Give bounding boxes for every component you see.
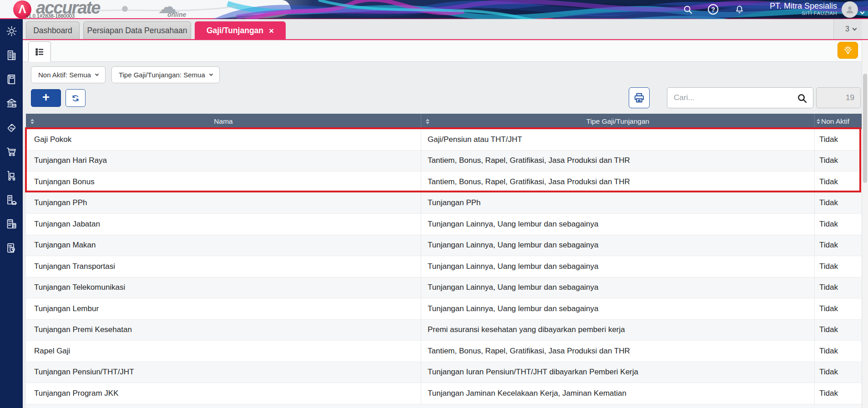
cell-nama: Tunjangan PPh <box>26 193 421 214</box>
company-user-menu[interactable]: PT. Mitra Spesialis SITI FAUZIAH <box>770 1 837 16</box>
tab-gaji-tunjangan-active[interactable]: Gaji/Tunjangan <box>195 21 286 39</box>
filter-label: Tipe Gaji/Tunjangan: Semua <box>119 71 205 79</box>
panel-header-strip <box>23 41 862 62</box>
sidebar-item-sales[interactable]: Rp <box>0 116 23 140</box>
search-icon[interactable] <box>797 93 807 106</box>
cell-tipe: Gaji/Pensiun atau THT/JHT <box>421 129 814 150</box>
chevron-down-icon <box>209 72 213 76</box>
price-tag-rp-icon: Rp <box>5 121 18 134</box>
cell-tipe: Tunjangan Lainnya, Uang lembur dan sebag… <box>421 298 814 319</box>
table-search <box>667 87 813 108</box>
sidebar-item-inventory[interactable] <box>0 164 23 188</box>
cell-nama: Tunjangan Transportasi <box>26 256 421 277</box>
document-tab-bar: Dashboard Persiapan Data Perusahaan Gaji… <box>23 19 868 40</box>
table-row[interactable]: Tunjangan Lembur Tunjangan Lainnya, Uang… <box>26 298 862 320</box>
cell-nama: Tunjangan Bonus <box>26 171 421 192</box>
table-row[interactable]: Tunjangan Jabatan Tunjangan Lainnya, Uan… <box>26 214 862 235</box>
avatar[interactable] <box>842 1 858 18</box>
vertical-scrollbar[interactable] <box>862 19 868 408</box>
filter-bar: Non Aktif: Semua Tipe Gaji/Tunjangan: Se… <box>31 66 220 83</box>
cell-nama: Tunjangan Program JKK <box>26 383 421 404</box>
table-row[interactable]: Tunjangan Hari Raya Tantiem, Bonus, Rape… <box>26 151 862 172</box>
cell-tipe: Premi asuransi kesehatan yang dibayarkan… <box>421 320 814 341</box>
cell-non-aktif: Tidak <box>814 362 862 383</box>
inventory-trolley-icon <box>5 170 18 182</box>
cell-non-aktif: Tidak <box>814 298 862 319</box>
tab-label: Persiapan Data Perusahaan <box>87 26 187 35</box>
scrollbar-thumb[interactable] <box>863 74 867 183</box>
sidebar-navigation: Rp TAX <box>0 19 23 408</box>
cell-tipe: Tunjangan Jaminan Kecelakaan Kerja, Jami… <box>421 383 814 404</box>
top-header-bar: accurate online v1.0.1#2838-1880003 PT. … <box>0 0 868 19</box>
table-body: Gaji Pokok Gaji/Pensiun atau THT/JHT Tid… <box>26 129 862 408</box>
sidebar-item-settings[interactable] <box>0 19 23 43</box>
company-building-icon <box>5 49 18 61</box>
open-tabs-counter[interactable]: 3 <box>833 19 862 39</box>
tab-persiapan-data-perusahaan[interactable]: Persiapan Data Perusahaan <box>83 21 191 39</box>
chevron-down-icon <box>95 72 99 76</box>
column-header-non-aktif[interactable]: Non Aktif <box>814 114 862 129</box>
table-row[interactable]: Tunjangan Makan Tunjangan Lainnya, Uang … <box>26 235 862 257</box>
table-row[interactable]: Tunjangan Program JKK Tunjangan Jaminan … <box>26 383 862 404</box>
cell-non-aktif: Tidak <box>814 151 862 171</box>
sidebar-item-cash-bank[interactable] <box>0 91 23 116</box>
cell-nama: Gaji Pokok <box>26 129 421 150</box>
tab-label: Dashboard <box>33 26 72 35</box>
table-row[interactable]: Tunjangan PPh Tunjangan PPh Tidak <box>26 193 862 214</box>
refresh-icon <box>71 93 81 103</box>
column-header-nama[interactable]: Nama <box>26 114 421 129</box>
app-version: v1.0.1#2838-1880003 <box>26 13 75 19</box>
printer-icon <box>633 92 645 104</box>
table-row[interactable]: Tunjangan Transportasi Tunjangan Lainnya… <box>26 256 862 277</box>
cell-non-aktif: Tidak <box>814 341 862 362</box>
list-view-tab[interactable] <box>28 41 51 62</box>
tab-dashboard[interactable]: Dashboard <box>26 21 80 39</box>
svg-text:TAX: TAX <box>8 221 12 223</box>
table-row[interactable]: Rapel Gaji Tantiem, Bonus, Rapel, Gratif… <box>26 341 862 362</box>
search-input[interactable] <box>667 93 813 102</box>
cell-nama: Tunjangan Jabatan <box>26 214 421 235</box>
refresh-button[interactable] <box>66 89 86 107</box>
cell-non-aktif: Tidak <box>814 129 862 150</box>
add-button[interactable] <box>31 89 61 107</box>
cell-nama: Tunjangan Telekomunikasi <box>26 277 421 298</box>
table-row[interactable]: Gaji Pokok Gaji/Pensiun atau THT/JHT Tid… <box>26 129 862 151</box>
chevron-down-icon[interactable] <box>861 7 864 15</box>
column-label: Tipe Gaji/Tunjangan <box>586 117 649 126</box>
column-label: Nama <box>214 117 232 126</box>
close-icon[interactable] <box>269 26 274 35</box>
table-row[interactable]: Tunjangan Pensiun/THT/JHT Tunjangan Iura… <box>26 362 862 383</box>
shopping-cart-icon <box>5 146 18 158</box>
table-row[interactable]: Tunjangan Bonus Tantiem, Bonus, Rapel, G… <box>26 171 862 193</box>
tax-document-icon: TAX <box>5 218 18 230</box>
filter-non-aktif[interactable]: Non Aktif: Semua <box>31 66 106 83</box>
print-button[interactable] <box>629 87 650 108</box>
cell-tipe: Tunjangan Lainnya, Uang lembur dan sebag… <box>421 256 814 277</box>
accurate-online-app: accurate online v1.0.1#2838-1880003 PT. … <box>0 0 868 408</box>
sidebar-item-reports[interactable] <box>0 236 23 260</box>
sidebar-item-fixed-asset[interactable] <box>0 188 23 212</box>
sidebar-item-purchases[interactable] <box>0 140 23 164</box>
chevron-down-icon <box>853 26 857 31</box>
sort-icon <box>30 119 34 124</box>
column-header-tipe[interactable]: Tipe Gaji/Tunjangan <box>421 114 814 129</box>
table-row-partial[interactable] <box>26 404 862 408</box>
cell-tipe: Tunjangan Iuran Pensiun/THT/JHT dibayark… <box>421 362 814 383</box>
cell-tipe: Tunjangan Lainnya, Uang lembur dan sebag… <box>421 235 814 256</box>
cell-tipe: Tunjangan Lainnya, Uang lembur dan sebag… <box>421 214 814 235</box>
tips-button[interactable] <box>838 42 858 59</box>
column-label: Non Aktif <box>821 117 849 126</box>
search-icon[interactable] <box>682 4 693 15</box>
bank-icon <box>5 97 18 110</box>
help-icon[interactable] <box>708 4 718 15</box>
table-row[interactable]: Tunjangan Telekomunikasi Tunjangan Lainn… <box>26 277 862 299</box>
sort-icon <box>817 119 820 124</box>
filter-tipe-gaji-tunjangan[interactable]: Tipe Gaji/Tunjangan: Semua <box>111 66 220 83</box>
sidebar-item-ledger[interactable] <box>0 67 23 91</box>
table-row[interactable]: Tunjangan Premi Kesehatan Premi asuransi… <box>26 320 862 341</box>
sidebar-item-taxes[interactable]: TAX <box>0 212 23 236</box>
cell-nama: Tunjangan Hari Raya <box>26 151 421 171</box>
decorative-dot <box>122 6 128 12</box>
sidebar-item-company[interactable] <box>0 43 23 67</box>
notifications-bell-icon[interactable] <box>734 4 745 15</box>
